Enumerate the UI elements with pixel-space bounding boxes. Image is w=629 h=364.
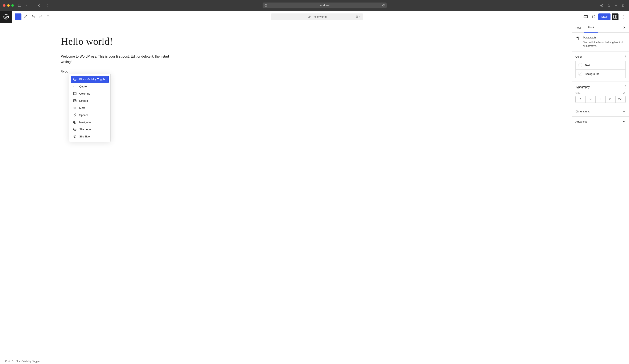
undo-button[interactable] [30,13,37,20]
window-minimize-icon[interactable] [7,4,10,7]
svg-point-16 [74,79,74,79]
svg-point-25 [73,121,76,123]
popover-item-spacer[interactable]: Spacer [71,111,109,119]
settings-sidebar-toggle[interactable] [612,13,619,20]
chevron-down-icon[interactable] [623,121,626,123]
nav-back-icon[interactable] [36,2,42,8]
size-option-xl[interactable]: XL [606,96,616,103]
block-breadcrumb: Post Block Visibility Toggle [0,358,629,364]
plus-icon[interactable] [622,110,626,113]
typography-panel-menu-button[interactable] [625,85,626,89]
url-text: localhost [319,4,329,7]
popover-item-label: Block Visibility Toggle [79,78,105,81]
smile-icon [73,77,77,81]
window-zoom-icon[interactable] [11,4,14,7]
svg-point-29 [625,55,626,55]
popover-item-label: Columns [79,92,90,95]
popover-item-quote[interactable]: Quote [71,83,109,90]
size-option-m[interactable]: M [586,96,596,103]
new-tab-icon[interactable] [613,2,619,8]
nav-forward-icon [45,2,50,8]
open-link-button[interactable] [590,13,597,20]
size-option-l[interactable]: L [595,96,606,103]
more-icon [73,106,77,110]
chevron-down-icon[interactable] [25,2,28,8]
close-sidebar-button[interactable] [622,25,627,30]
color-panel: Color Text Background [572,51,629,82]
spacer-icon [73,113,77,117]
svg-point-32 [625,85,626,86]
popover-item-site-logo[interactable]: Site Logo [71,126,109,133]
background-color-label: Background [585,72,599,75]
view-button[interactable] [582,13,589,20]
document-overview-button[interactable] [45,13,52,20]
size-label: SIZE [575,92,580,94]
svg-rect-20 [73,100,76,102]
text-color-label: Text [585,64,590,67]
popover-item-embed[interactable]: Embed [71,97,109,104]
block-info: Paragraph Start with the basic building … [572,33,629,51]
svg-point-13 [623,16,623,17]
popover-item-label: More [79,106,86,110]
tab-post[interactable]: Post [572,23,584,32]
typography-panel-title: Typography [575,85,590,89]
paragraph-block[interactable]: Welcome to WordPress. This is your first… [61,54,179,65]
document-bar[interactable]: Hello world! ⌘K [271,13,363,20]
wordpress-logo-icon[interactable] [0,11,12,23]
color-panel-title: Color [575,55,582,58]
svg-point-34 [625,88,626,89]
size-option-xxl[interactable]: XXL [615,96,626,103]
sitetitle-icon [73,134,77,138]
quote-icon [73,85,77,88]
url-bar[interactable]: localhost [263,2,387,8]
feather-icon [307,15,311,18]
downloads-icon[interactable] [599,2,605,8]
size-option-s[interactable]: S [576,96,586,103]
crumb-current[interactable]: Block Visibility Toggle [15,360,39,363]
share-icon[interactable] [606,2,612,8]
advanced-panel[interactable]: Advanced [572,117,629,126]
block-autocomplete-popover: Block Visibility Toggle Quote Columns Em… [69,74,111,142]
window-close-icon[interactable] [3,4,5,7]
popover-item-more[interactable]: More [71,104,109,111]
popover-item-label: Navigation [79,121,92,124]
popover-item-label: Spacer [79,114,88,117]
popover-item-navigation[interactable]: Navigation [71,119,109,126]
tools-button[interactable] [22,13,29,20]
columns-icon [73,92,77,95]
post-title[interactable]: Hello world! [61,35,195,47]
svg-point-37 [624,92,625,93]
block-inserter-button[interactable] [15,13,21,20]
popover-item-block-visibility-toggle[interactable]: Block Visibility Toggle [71,76,109,83]
crumb-root[interactable]: Post [5,360,10,363]
editor-canvas[interactable]: Hello world! Welcome to WordPress. This … [0,23,572,358]
reload-icon[interactable] [382,4,385,7]
background-color-control[interactable]: Background [576,69,626,78]
wp-top-bar: Hello world! ⌘K Save [0,11,629,23]
site-settings-icon[interactable] [264,4,267,7]
typography-panel: Typography SIZE S M L XL XXL [572,82,629,106]
more-options-button[interactable] [620,13,627,20]
dimensions-panel[interactable]: Dimensions [572,106,629,117]
custom-size-button[interactable] [622,91,626,94]
save-button[interactable]: Save [598,13,611,20]
popover-item-columns[interactable]: Columns [71,90,109,97]
svg-rect-0 [18,4,21,7]
tab-block[interactable]: Block [584,23,598,33]
slash-command-input[interactable]: /bloc [61,70,195,73]
chevron-right-icon [12,360,13,362]
text-color-control[interactable]: Text [576,61,626,69]
traffic-lights [3,4,14,7]
color-panel-menu-button[interactable] [625,55,626,58]
popover-item-label: Site Logo [79,128,91,131]
popover-item-label: Quote [79,85,87,88]
block-info-title: Paragraph [583,36,626,39]
svg-point-28 [74,136,75,137]
tab-overview-icon[interactable] [620,2,626,8]
popover-item-label: Site Title [79,135,90,138]
popover-item-site-title[interactable]: Site Title [71,133,109,140]
svg-rect-2 [265,4,267,6]
advanced-panel-title: Advanced [575,120,588,123]
embed-icon [73,99,77,103]
sidebar-toggle-icon[interactable] [16,2,22,8]
